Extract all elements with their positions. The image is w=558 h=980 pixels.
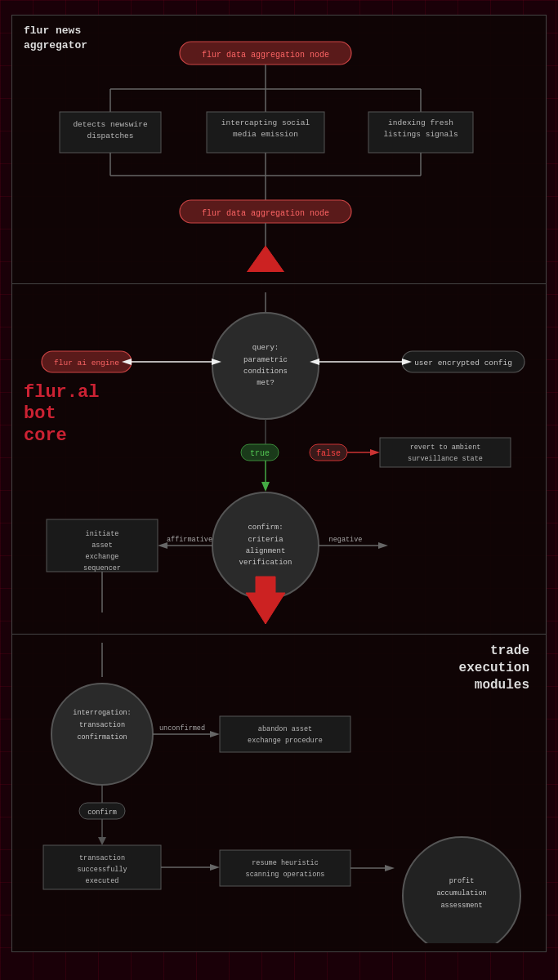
svg-text:alignment: alignment xyxy=(246,547,286,555)
svg-text:abandon asset: abandon asset xyxy=(258,725,312,733)
svg-text:listings signals: listings signals xyxy=(383,130,458,139)
svg-text:sequencer: sequencer xyxy=(83,564,121,572)
svg-text:exchange procedure: exchange procedure xyxy=(248,737,323,745)
svg-text:criteria: criteria xyxy=(248,536,283,544)
svg-text:assessment: assessment xyxy=(440,902,482,910)
svg-text:interrogation:: interrogation: xyxy=(73,709,131,717)
botcore-section: flur.al bot core query: parametric condi… xyxy=(11,283,547,635)
svg-text:confirm: confirm xyxy=(87,808,117,817)
svg-text:revert to ambient: revert to ambient xyxy=(410,443,481,452)
svg-text:query:: query: xyxy=(252,344,279,352)
svg-text:flur ai engine: flur ai engine xyxy=(54,359,119,368)
svg-marker-52 xyxy=(261,482,270,492)
botcore-diagram: query: parametric conditions met? flur a… xyxy=(20,292,538,626)
svg-marker-59 xyxy=(378,542,388,549)
aggregator-diagram: flur data aggregation node detects newsw… xyxy=(20,24,538,272)
svg-text:met?: met? xyxy=(257,379,275,387)
svg-marker-93 xyxy=(210,864,220,871)
trade-section: trade execution modules interrogation: t… xyxy=(11,634,547,952)
svg-text:surveillance state: surveillance state xyxy=(408,455,483,463)
svg-text:exchange: exchange xyxy=(86,553,119,561)
svg-text:confirmation: confirmation xyxy=(77,733,127,742)
svg-text:parametric: parametric xyxy=(243,356,288,364)
svg-text:profit: profit xyxy=(449,877,475,885)
svg-text:confirm:: confirm: xyxy=(248,523,283,532)
svg-text:flur data aggregation node: flur data aggregation node xyxy=(202,51,329,60)
svg-text:user encrypted config: user encrypted config xyxy=(414,359,512,368)
svg-text:executed: executed xyxy=(86,877,119,885)
svg-text:verification: verification xyxy=(239,559,292,567)
svg-marker-98 xyxy=(385,865,395,871)
svg-text:unconfirmed: unconfirmed xyxy=(159,724,205,733)
botcore-title: flur.al bot core xyxy=(24,382,99,447)
svg-text:indexing fresh: indexing fresh xyxy=(388,118,453,127)
svg-marker-24 xyxy=(246,246,285,272)
svg-text:affirmative: affirmative xyxy=(167,536,212,544)
svg-text:resume heuristic: resume heuristic xyxy=(252,859,319,867)
svg-text:transaction: transaction xyxy=(79,854,125,862)
svg-rect-80 xyxy=(220,716,350,752)
svg-rect-94 xyxy=(220,850,350,886)
svg-text:detects newswire: detects newswire xyxy=(73,120,148,129)
aggregator-title: flur news aggregator xyxy=(24,24,87,53)
svg-text:asset: asset xyxy=(92,541,113,550)
svg-text:dispatches: dispatches xyxy=(87,131,133,140)
aggregator-section: flur news aggregator flur data aggregati… xyxy=(11,15,547,284)
svg-text:scanning operations: scanning operations xyxy=(246,871,325,879)
svg-text:conditions: conditions xyxy=(243,368,288,376)
svg-text:successfully: successfully xyxy=(77,866,127,874)
svg-text:initiate: initiate xyxy=(86,530,119,538)
svg-text:negative: negative xyxy=(329,536,363,544)
svg-text:accumulation: accumulation xyxy=(436,889,486,898)
trade-title: trade execution modules xyxy=(459,643,529,693)
svg-text:flur data aggregation node: flur data aggregation node xyxy=(202,209,329,218)
svg-marker-47 xyxy=(370,449,380,456)
svg-text:transaction: transaction xyxy=(79,721,125,729)
svg-marker-78 xyxy=(210,731,220,737)
svg-text:false: false xyxy=(316,449,341,458)
svg-text:true: true xyxy=(250,449,270,458)
main-container: flur news aggregator flur data aggregati… xyxy=(0,0,558,980)
svg-marker-87 xyxy=(98,837,106,845)
svg-text:intercapting social: intercapting social xyxy=(221,118,310,127)
svg-point-26 xyxy=(212,313,319,419)
svg-text:media emission: media emission xyxy=(233,130,298,139)
